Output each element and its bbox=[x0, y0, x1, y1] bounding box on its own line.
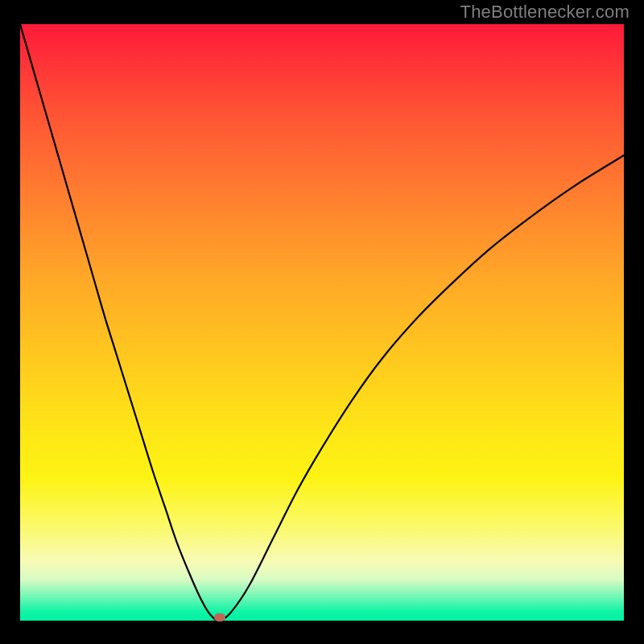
optimal-point-marker bbox=[214, 613, 225, 621]
chart-frame: TheBottlenecker.com bbox=[0, 0, 644, 644]
bottleneck-curve bbox=[20, 24, 624, 621]
attribution-text: TheBottlenecker.com bbox=[460, 2, 630, 23]
plot-area bbox=[20, 24, 624, 621]
